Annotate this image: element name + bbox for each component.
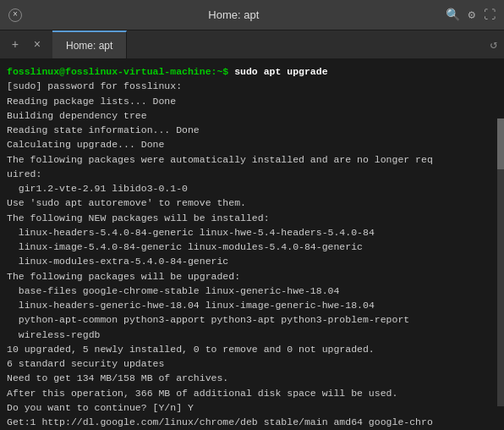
tab-history-button[interactable]: ↺	[484, 30, 504, 58]
expand-icon[interactable]: ⛶	[484, 8, 496, 22]
tab-home-apt[interactable]: Home: apt	[52, 30, 127, 58]
terminal-line-17: wireless-regdb	[7, 329, 100, 340]
terminal-line-18: 10 upgraded, 5 newly installed, 0 to rem…	[7, 344, 375, 355]
terminal-line-6: uired:	[7, 168, 41, 179]
terminal-line-14: base-files google-chrome-stable linux-ge…	[7, 285, 339, 296]
tab-bar-controls: + ×	[0, 30, 52, 58]
terminal-line-21: After this operation, 366 MB of addition…	[7, 388, 397, 399]
terminal-line-11: linux-image-5.4.0-84-generic linux-modul…	[7, 241, 363, 252]
window-title: Home: apt	[208, 8, 259, 21]
terminal-line-8: Use 'sudo apt autoremove' to remove them…	[7, 197, 246, 208]
terminal-line-7: gir1.2-vte-2.91 libido3-0.1-0	[7, 183, 188, 194]
terminal-line-15: linux-headers-generic-hwe-18.04 linux-im…	[7, 300, 375, 311]
terminal-line-3: Reading state information... Done	[7, 124, 200, 135]
tab-bar: + × Home: apt ↺	[0, 30, 504, 59]
terminal-line-22: Do you want to continue? [Y/n] Y	[7, 402, 194, 413]
terminal-wrapper: fosslinux@fosslinux-virtual-machine:~$ s…	[0, 59, 504, 430]
title-bar: × Home: apt 🔍 ⚙ ⛶	[0, 0, 504, 30]
terminal-line-4: Calculating upgrade... Done	[7, 139, 164, 150]
terminal-line-20: Need to get 134 MB/158 MB of archives.	[7, 372, 228, 383]
scrollbar[interactable]	[497, 119, 504, 406]
search-icon[interactable]: 🔍	[446, 8, 460, 22]
close-tab-button[interactable]: ×	[29, 36, 46, 53]
terminal-line-10: linux-headers-5.4.0-84-generic linux-hwe…	[7, 227, 375, 238]
terminal-line-19: 6 standard security updates	[7, 358, 164, 369]
tab-label: Home: apt	[66, 40, 112, 52]
terminal-line-16: python-apt-common python3-apport python3…	[7, 314, 409, 325]
terminal-line-9: The following NEW packages will be insta…	[7, 212, 270, 223]
terminal-line-5: The following packages were automaticall…	[7, 154, 433, 165]
title-bar-right: 🔍 ⚙ ⛶	[446, 8, 496, 22]
terminal-line-12: linux-modules-extra-5.4.0-84-generic	[7, 256, 228, 267]
terminal-prompt: fosslinux@fosslinux-virtual-machine:~$ s…	[7, 66, 328, 77]
close-button[interactable]: ×	[8, 8, 22, 22]
terminal-line-1: Reading package lists... Done	[7, 96, 176, 107]
terminal-line-23: Get:1 http://dl.google.com/linux/chrome/…	[7, 416, 433, 427]
terminal-line-0: [sudo] password for fosslinux:	[7, 80, 182, 91]
terminal-line-2: Building dependency tree	[7, 110, 147, 121]
scrollbar-thumb[interactable]	[497, 119, 504, 169]
terminal-line-13: The following packages will be upgraded:	[7, 271, 240, 282]
new-tab-button[interactable]: +	[7, 36, 24, 53]
terminal-area[interactable]: fosslinux@fosslinux-virtual-machine:~$ s…	[0, 59, 504, 430]
title-bar-left: ×	[8, 8, 22, 22]
settings-icon[interactable]: ⚙	[468, 8, 475, 22]
